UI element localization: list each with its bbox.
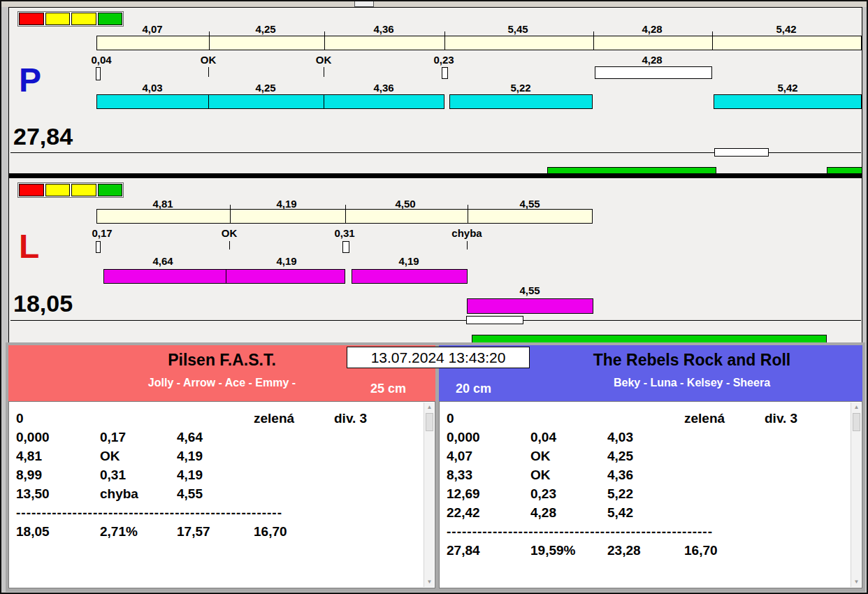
result-cell: [684, 428, 765, 447]
result-cell: 4,19: [177, 465, 254, 484]
left-results-panel: 0 zelená div. 3 0,000 0,17 4,64 4,81 OK …: [8, 401, 435, 588]
red-light-icon: [19, 13, 44, 25]
split-divider: [468, 205, 468, 223]
separator-dashes: ----------------------------------------…: [447, 522, 740, 541]
scrollbar[interactable]: ▲ ▼: [851, 403, 861, 587]
result-cell: 4,07: [447, 447, 530, 465]
result-cell: [684, 503, 765, 522]
result-cell: [684, 447, 765, 465]
scroll-down-icon[interactable]: ▼: [851, 577, 862, 587]
scrollbar[interactable]: ▲ ▼: [424, 403, 434, 587]
result-cell: 8,99: [16, 465, 100, 484]
split-time-label: 4,25: [224, 23, 308, 35]
result-cell: 0: [16, 409, 100, 428]
split-time-label: 4,07: [110, 23, 194, 35]
result-row: 0,000 0,17 4,64: [16, 428, 435, 447]
run-time-label: 4,36: [342, 82, 426, 94]
result-row: 18,05 2,71% 17,57 16,70: [16, 522, 435, 541]
result-cell: chyba: [100, 484, 177, 503]
result-cell: zelená: [684, 409, 765, 428]
result-cell: 4,28: [530, 503, 607, 522]
split-timeline-bar: [96, 209, 593, 224]
fault-marker-label: 0,17: [60, 227, 144, 239]
result-cell: [254, 465, 334, 484]
lane-panel-p: 4,07 4,25 4,36 5,45 4,28 5,42 0,04 OK OK…: [8, 7, 862, 174]
app-window: 4,07 4,25 4,36 5,45 4,28 5,42 0,04 OK OK…: [0, 0, 868, 594]
run-bar: [226, 269, 345, 284]
pass-tick: [229, 241, 230, 249]
split-divider: [345, 205, 346, 223]
split-time-label: 4,50: [363, 198, 447, 210]
scroll-thumb[interactable]: [426, 413, 433, 431]
result-cell: [254, 484, 334, 503]
result-cell: [100, 409, 177, 428]
result-cell: OK: [530, 447, 607, 465]
run-time-label: 4,03: [110, 82, 194, 94]
fault-marker-label: 0,23: [402, 54, 486, 66]
split-divider: [593, 31, 594, 50]
result-cell: [334, 484, 435, 503]
lane-l-status-lights: [17, 182, 124, 198]
result-row: 4,81 OK 4,19: [16, 447, 435, 465]
result-row: 8,99 0,31 4,19: [16, 465, 435, 484]
split-time-label: 4,28: [610, 23, 694, 35]
result-cell: 16,70: [254, 522, 334, 541]
start-marker: [96, 241, 101, 253]
result-cell: [765, 484, 862, 503]
scroll-up-icon[interactable]: ▲: [851, 403, 862, 412]
rerun-bar: [595, 66, 712, 79]
result-cell: [334, 447, 435, 465]
scroll-thumb[interactable]: [853, 413, 860, 431]
background-window-fragment: [354, 1, 374, 7]
lane-panel-l: 4,81 4,19 4,50 4,55 0,17 OK 0,31 chyba 4…: [8, 178, 862, 344]
run-time-label: 4,55: [488, 284, 572, 296]
yellow-light-icon: [45, 184, 71, 196]
start-marker: [96, 67, 101, 80]
fault-marker-label: 0,04: [59, 54, 143, 66]
result-cell: 16,70: [684, 541, 765, 560]
fault-marker: [442, 67, 448, 79]
fault-marker-label: OK: [166, 54, 250, 66]
split-time-label: 5,42: [744, 23, 828, 35]
result-cell: [334, 428, 435, 447]
result-row: 0,000 0,04 4,03: [447, 428, 862, 447]
jump-height-label: 25 cm: [370, 382, 406, 396]
scroll-up-icon[interactable]: ▲: [424, 403, 435, 412]
split-time-label: 4,36: [342, 23, 426, 35]
result-cell: 0: [447, 409, 530, 428]
run-bar: [208, 94, 324, 109]
run-time-label: 5,22: [479, 82, 563, 94]
split-time-label: 4,81: [121, 198, 205, 210]
split-divider: [324, 31, 325, 50]
fault-marker-label: 0,31: [303, 227, 386, 239]
yellow-light-icon: [71, 184, 96, 196]
run-bar: [714, 94, 862, 109]
result-row: 12,69 0,23 5,22: [447, 484, 862, 503]
result-cell: 4,03: [607, 428, 684, 447]
result-cell: [177, 409, 254, 428]
fault-marker-label: OK: [282, 54, 366, 66]
result-cell: [530, 409, 607, 428]
result-cell: 0,23: [530, 484, 607, 503]
split-divider: [444, 31, 445, 50]
result-cell: 0,31: [100, 465, 177, 484]
result-cell: zelená: [254, 409, 334, 428]
run-bar: [103, 269, 226, 284]
result-cell: div. 3: [765, 409, 862, 428]
lane-letter: P: [19, 64, 41, 97]
result-cell: OK: [530, 465, 607, 484]
result-cell: 4,19: [177, 447, 254, 465]
run-bar: [96, 94, 209, 109]
pass-tick: [208, 67, 209, 77]
result-row: ----------------------------------------…: [447, 522, 862, 541]
result-cell: 13,50: [16, 484, 100, 503]
split-timeline-bar: [96, 36, 862, 50]
scroll-down-icon[interactable]: ▼: [424, 577, 435, 587]
run-bar: [467, 298, 593, 314]
result-row: ----------------------------------------…: [16, 503, 435, 522]
result-cell: 4,55: [177, 484, 254, 503]
lane-total-time: 18,05: [13, 291, 73, 315]
lane-p-status-lights: [17, 11, 124, 27]
result-row: 27,84 19,59% 23,28 16,70: [447, 541, 862, 560]
run-time-label: 4,64: [121, 255, 205, 267]
